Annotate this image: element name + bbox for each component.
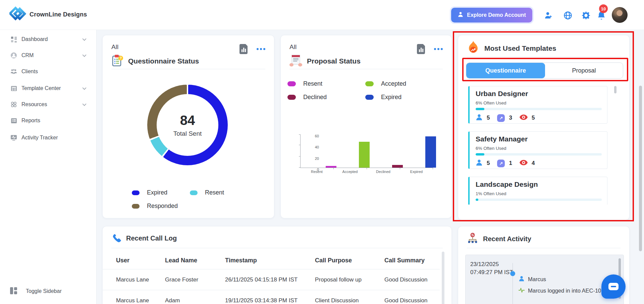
views-icon [520,160,528,167]
bar-expired [425,136,436,168]
legend-item: Resent [190,189,224,196]
donut-total: 84 [180,113,195,128]
top-header: CrownLine Designs Explore Demo Account 1… [0,0,644,30]
page-scrollbar[interactable] [639,86,642,251]
proposal-bar-chart: 0 20 40 60 [300,134,433,168]
crm-icon [10,52,17,59]
donut-total-label: Total Sent [173,130,202,137]
table-header-row: User Lead Name Timestamp Call Purpose Ca… [103,252,440,269]
templates-scrollbar[interactable] [614,86,616,93]
legend-item: Accepted [365,80,432,87]
notification-badge: 10 [599,4,608,13]
users-icon [476,159,483,167]
templates-tabs: Questionnaire Proposal [466,62,623,79]
table-row: Marcus Lane Grace Foster 26/11/2025 04:1… [103,269,440,290]
timeline-event-row: Marcus logged in into AEC-1015 [519,288,607,294]
proposal-legend: Resent Accepted Declined Expired [287,80,432,101]
proposal-card-title: Proposal Status [307,57,361,65]
bar-declined [392,165,403,168]
sidebar-item-clients[interactable]: Clients [0,65,97,78]
sidebar-item-activity-tracker[interactable]: Activity Tracker [0,131,97,144]
activity-timeline: 23/12/2025 07:49:27 PM IST Marcus Marcus… [465,255,624,304]
clients-icon [10,69,17,75]
templates-list: Urban Designer 6% Often Used 5 ↗ 3 5 Saf… [458,86,630,205]
chevron-down-icon [82,52,87,58]
usage-progress [476,108,602,110]
person-icon [519,276,525,283]
call-log-table: User Lead Name Timestamp Call Purpose Ca… [103,252,440,304]
brand-logo-icon [9,5,26,24]
template-item-safety-manager[interactable]: Safety Manager 6% Often Used 5 ↗ 1 4 [468,131,607,169]
timeline-date: 23/12/2025 [470,303,499,304]
sidebar-item-template-center[interactable]: Template Center [0,82,97,95]
questionnaire-legend: Expired Resent Responded [132,189,224,210]
pulse-icon [519,288,525,294]
user-avatar[interactable] [612,7,628,23]
questionnaire-icon: ? [111,54,123,68]
tab-questionnaire[interactable]: Questionnaire [466,63,545,78]
globe-icon[interactable] [563,10,573,20]
usage-progress [476,153,602,156]
activity-tracker-icon [10,135,17,141]
recent-activity-icon [467,232,478,245]
most-used-templates-card: Most Used Templates Questionnaire Propos… [458,35,630,220]
more-options-icon[interactable] [434,48,443,50]
resources-icon [10,101,17,107]
proposal-status-card: All Proposal Status Resent Accepte [280,35,452,218]
legend-item: Declined [287,94,365,101]
shares-icon: ↗ [497,114,505,122]
phone-icon [111,232,121,244]
add-user-icon[interactable] [543,10,553,20]
bar-chart-x-labels: Resent Accepted Declined Expired [300,170,433,174]
sidebar-item-resources[interactable]: Resources [0,98,97,111]
activity-title: Recent Activity [483,235,531,243]
questionnaire-status-card: All ? Questionnaire Status [102,35,274,218]
chat-fab-button[interactable] [601,274,626,299]
sidebar-item-reports[interactable]: Reports [0,114,97,127]
chevron-down-icon [82,85,87,91]
tab-proposal[interactable]: Proposal [545,63,623,78]
flame-icon [467,41,480,56]
explore-demo-account-button[interactable]: Explore Demo Account [451,8,532,23]
sidebar-item-dashboard[interactable]: Dashboard [0,33,97,46]
brand[interactable]: CrownLine Designs [9,5,87,24]
proposal-icon [289,54,302,68]
brand-name: CrownLine Designs [30,11,87,18]
views-icon [520,115,528,121]
main-content: All ? Questionnaire Status [97,30,644,304]
timeline-dot [510,271,515,276]
table-row: Marcus Lane Adam 19/11/2025 03:14:38 PM … [103,290,440,304]
toggle-sidebar-button[interactable]: Toggle Sidebar [0,285,97,298]
more-options-icon[interactable] [257,48,265,50]
chart-export-icon[interactable] [415,43,427,55]
chat-icon [608,283,619,290]
timeline-date: 23/12/2025 07:49:27 PM IST [470,260,513,276]
bar-accepted [359,142,370,168]
chart-export-icon[interactable] [238,43,249,55]
legend-item: Responded [132,203,190,210]
svg-text:?: ? [120,56,122,60]
questionnaire-card-title: Questionnaire Status [128,57,199,65]
legend-item: Resent [287,80,365,87]
chevron-down-icon [82,36,87,42]
gear-icon[interactable] [581,10,591,20]
templates-card-title: Most Used Templates [484,44,556,52]
chevron-down-icon [82,101,87,107]
questionnaire-donut-chart: 84 Total Sent [147,85,228,165]
legend-item: Expired [132,189,190,196]
template-item-urban-designer[interactable]: Urban Designer 6% Often Used 5 ↗ 3 5 [468,86,607,124]
template-center-icon [10,85,17,91]
shares-icon: ↗ [497,160,505,167]
reports-icon [10,118,17,124]
bar-resent [326,166,336,168]
usage-progress [476,199,602,201]
person-icon [458,11,464,19]
template-item-landscape-design[interactable]: Landscape Design 1% Often Used ↗ [468,177,607,205]
questionnaire-filter[interactable]: All [111,43,118,51]
proposal-filter[interactable]: All [289,43,297,51]
recent-call-log-card: Recent Call Log User Lead Name Timestamp… [102,226,452,304]
legend-item: Expired [365,94,432,101]
timeline-user-row: Marcus [519,276,546,283]
call-log-scrollbar[interactable] [442,252,444,304]
sidebar-item-crm[interactable]: CRM [0,49,97,62]
